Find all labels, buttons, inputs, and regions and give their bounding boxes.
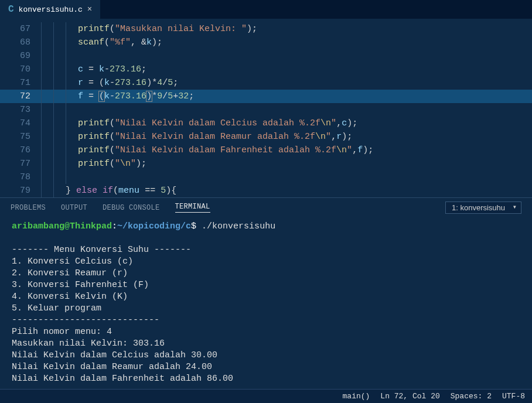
line-number: 70 (0, 64, 41, 74)
terminal-line (12, 233, 520, 244)
indent-guides (41, 117, 78, 130)
line-number: 72 (0, 91, 41, 101)
terminal-line: Masukkan nilai Kelvin: 303.16 (12, 338, 520, 350)
terminal-path: ~/kopicoding/c (117, 221, 191, 231)
terminal-line: Nilai Kelvin dalam Fahrenheit adalah 86.… (12, 373, 520, 385)
close-icon[interactable]: × (87, 5, 92, 14)
line-number: 77 (0, 159, 41, 169)
code-content: c = k-273.16; (78, 63, 146, 76)
indent-guides (41, 157, 78, 170)
code-editor[interactable]: 67printf("Masukkan nilai Kelvin: ");68sc… (0, 22, 532, 197)
line-number: 79 (0, 186, 41, 196)
status-bar: main() Ln 72, Col 20 Spaces: 2 UTF-8 (0, 389, 532, 403)
code-line[interactable]: 72f = (k-273.16)*9/5+32; (0, 90, 532, 103)
terminal-command: ./konversisuhu (202, 221, 275, 231)
code-content: printf("Masukkan nilai Kelvin: "); (78, 22, 257, 36)
line-number: 75 (0, 132, 41, 142)
tab-problems[interactable]: PROBLEMS (11, 204, 46, 212)
indent-guides (41, 49, 78, 63)
status-spaces[interactable]: Spaces: 2 (451, 392, 492, 401)
status-position[interactable]: Ln 72, Col 20 (380, 392, 439, 401)
line-number: 76 (0, 145, 41, 155)
indent-guides (41, 103, 78, 117)
terminal-line: 1. Konversi Celcius (c) (12, 256, 520, 268)
terminal-line: 5. Keluar program (12, 303, 520, 315)
code-content: } else if(menu == 5){ (66, 184, 176, 197)
code-line[interactable]: 76printf("Nilai Kelvin dalam Fahrenheit … (0, 144, 532, 157)
code-line[interactable]: 71r = (k-273.16)*4/5; (0, 76, 532, 90)
code-line[interactable]: 70c = k-273.16; (0, 63, 532, 76)
code-line[interactable]: 73 (0, 103, 532, 117)
line-number: 71 (0, 78, 41, 88)
status-encoding[interactable]: UTF-8 (502, 392, 525, 401)
terminal-line: ---------------------------- (12, 315, 520, 326)
code-line[interactable]: 68scanf("%f", &k); (0, 36, 532, 49)
indent-guides (41, 63, 78, 76)
line-number: 78 (0, 172, 41, 182)
tab-output[interactable]: OUTPUT (61, 204, 87, 212)
tab-bar: C konversisuhu.c × (0, 0, 532, 22)
terminal-line: 2. Konversi Reamur (r) (12, 268, 520, 279)
terminal-selector-wrap: 1: konversisuhu (445, 202, 521, 214)
file-tab[interactable]: C konversisuhu.c × (0, 0, 100, 19)
indent-guides (41, 22, 78, 36)
code-content: printf("\n"); (78, 157, 146, 170)
tab-terminal[interactable]: TERMINAL (175, 203, 210, 213)
line-number: 68 (0, 37, 41, 47)
line-number: 73 (0, 105, 41, 115)
terminal-selector[interactable]: 1: konversisuhu (445, 202, 521, 214)
terminal-panel[interactable]: aribambang@Thinkpad:~/kopicoding/c$ ./ko… (0, 217, 532, 389)
line-number: 69 (0, 51, 41, 61)
tab-label: konversisuhu.c (19, 5, 83, 14)
terminal-prompt-symbol: $ (191, 221, 196, 231)
indent-guides (41, 90, 78, 103)
tab-debug-console[interactable]: DEBUG CONSOLE (103, 204, 160, 212)
terminal-prompt-line: aribambang@Thinkpad:~/kopicoding/c$ ./ko… (12, 221, 520, 233)
code-content: printf("Nilai Kelvin dalam Reamur adalah… (78, 130, 352, 144)
code-line[interactable]: 77printf("\n"); (0, 157, 532, 170)
panel-tabs: PROBLEMS OUTPUT DEBUG CONSOLE TERMINAL 1… (0, 197, 532, 217)
terminal-user: aribambang@Thinkpad (12, 221, 112, 231)
code-line[interactable]: 69 (0, 49, 532, 63)
line-number: 67 (0, 24, 41, 34)
indent-guides (41, 36, 78, 49)
indent-guides (41, 144, 78, 157)
terminal-line: 4. Konversi Kelvin (K) (12, 291, 520, 303)
code-line[interactable]: 78 (0, 170, 532, 184)
terminal-line: Pilih nomor menu: 4 (12, 326, 520, 338)
terminal-line: 3. Konversi Fahrenheit (F) (12, 279, 520, 291)
terminal-output: ------- Menu Konversi Suhu -------1. Kon… (12, 233, 520, 385)
terminal-line: Nilai Kelvin dalam Celcius adalah 30.00 (12, 350, 520, 361)
code-content: printf("Nilai Kelvin dalam Fahrenheit ad… (78, 144, 373, 157)
indent-guides (41, 76, 78, 90)
code-line[interactable]: 79} else if(menu == 5){ (0, 184, 532, 197)
terminal-line: Nilai Kelvin dalam Reamur adalah 24.00 (12, 361, 520, 373)
code-line[interactable]: 74printf("Nilai Kelvin dalam Celcius ada… (0, 117, 532, 130)
indent-guides (41, 184, 66, 197)
code-content: scanf("%f", &k); (78, 36, 162, 49)
code-content: r = (k-273.16)*4/5; (78, 76, 178, 90)
status-scope[interactable]: main() (343, 392, 370, 401)
indent-guides (41, 130, 78, 144)
code-content: printf("Nilai Kelvin dalam Celcius adala… (78, 117, 357, 130)
code-content: f = (k-273.16)*9/5+32; (78, 90, 194, 103)
terminal-line: ------- Menu Konversi Suhu ------- (12, 244, 520, 256)
code-line[interactable]: 67printf("Masukkan nilai Kelvin: "); (0, 22, 532, 36)
code-line[interactable]: 75printf("Nilai Kelvin dalam Reamur adal… (0, 130, 532, 144)
c-file-icon: C (8, 4, 14, 15)
line-number: 74 (0, 118, 41, 128)
indent-guides (41, 170, 78, 184)
